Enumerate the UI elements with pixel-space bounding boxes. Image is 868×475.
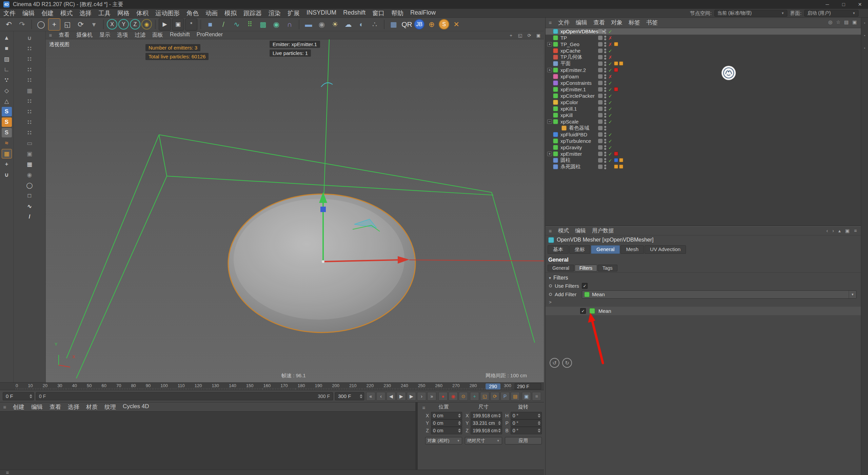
list-icon[interactable]: ≡ (854, 228, 857, 233)
spinner[interactable] (538, 421, 540, 425)
position-field[interactable]: 0 cm (431, 427, 462, 434)
expander-icon[interactable]: +− (547, 119, 552, 124)
workplane-mode-icon[interactable]: ∟ (2, 65, 12, 74)
tag-icons[interactable] (614, 68, 618, 72)
size-field[interactable]: 199.918 cm (471, 427, 502, 434)
globe-plugin-icon[interactable]: ⊕ (426, 18, 438, 31)
spinner[interactable] (538, 429, 540, 433)
tab-general[interactable]: General (591, 245, 620, 254)
object-name[interactable]: 圆柱 (560, 157, 571, 164)
object-row[interactable]: +− 圆柱 ✓✗ (546, 157, 861, 164)
enable-mark[interactable]: ✓✗ (608, 48, 612, 54)
render-settings-icon[interactable]: * (185, 18, 197, 31)
object-row[interactable]: +− TP几何体 ✓✗ (546, 54, 861, 60)
visibility-dots[interactable] (604, 68, 606, 73)
layer-box[interactable] (598, 49, 603, 53)
object-row[interactable]: +− 平面 ✓✗ (546, 60, 861, 67)
object-name[interactable]: xpKill.1 (560, 106, 577, 112)
layout-button[interactable]: ≡ (532, 392, 541, 401)
object-row[interactable]: +− xpColor ✓✗ (546, 99, 861, 106)
guide-snap-icon[interactable]: ∷ (23, 96, 36, 106)
menu-item[interactable]: 扩展 (284, 9, 303, 17)
menu-item[interactable]: 动画 (202, 9, 221, 17)
object-name[interactable]: TP几何体 (560, 54, 582, 60)
enable-mark[interactable]: ✓✗ (608, 118, 612, 125)
history-forward-button[interactable]: ↻ (562, 358, 572, 368)
layer-box[interactable] (598, 119, 603, 124)
tag-icons[interactable] (614, 42, 618, 46)
star-icon[interactable]: ☆ (836, 19, 841, 25)
object-name[interactable]: 着色器域 (569, 125, 589, 131)
signal-plugin-icon[interactable]: S (439, 19, 449, 30)
polygons-mode-icon[interactable]: △ (2, 96, 12, 106)
size-field[interactable]: 33.231 cm (471, 419, 502, 427)
object-row[interactable]: +− xpEmitter.1 ✓✗ (546, 86, 861, 93)
up-icon[interactable]: ▴ (839, 228, 841, 233)
tab-mesh[interactable]: Mesh (620, 245, 644, 254)
layer-box[interactable] (598, 139, 603, 143)
fire-sim-icon[interactable]: ≈ (2, 138, 12, 148)
toolbar-divider[interactable] (155, 20, 156, 29)
object-name[interactable]: TP_Geo (560, 41, 579, 47)
floor-icon[interactable]: ▬ (302, 18, 315, 31)
enable-mark[interactable]: ✓✗ (608, 28, 612, 35)
play-button[interactable]: ▶ (397, 392, 406, 401)
points-mode-icon[interactable]: ∵ (2, 75, 12, 85)
planar-workplane-icon[interactable]: ▦ (23, 159, 36, 169)
expander-icon[interactable]: +− (547, 152, 552, 156)
lasso-select-icon[interactable]: ∿ (23, 202, 36, 211)
sky-icon[interactable]: ☁ (342, 18, 354, 31)
sds-gray-icon[interactable]: S (2, 128, 12, 137)
rotate-tool-icon[interactable]: ⟳ (75, 18, 87, 31)
palette-dot-icon[interactable]: ▪ (864, 34, 865, 37)
material-menu-item[interactable]: 创建 (9, 403, 28, 411)
texture-mode-icon[interactable]: ▨ (2, 54, 12, 64)
viewport-menu-item[interactable]: Redshift (166, 32, 193, 39)
layer-box[interactable] (598, 29, 603, 34)
menu-item[interactable]: 体积 (133, 9, 152, 17)
spinner[interactable] (458, 414, 461, 418)
object-manager-menu-item[interactable]: 标签 (626, 19, 643, 26)
menu-item[interactable]: 运动图形 (152, 9, 183, 17)
enable-mark[interactable]: ✓✗ (608, 41, 612, 48)
enable-mark[interactable]: ✓✗ (608, 54, 612, 60)
visibility-dots[interactable] (604, 42, 606, 47)
attribute-menu-item[interactable]: 用户数据 (589, 227, 617, 234)
frame-range-slider[interactable]: 0 F 300 F (36, 392, 333, 400)
range-end-field[interactable]: 300 F (335, 392, 364, 400)
enable-mark[interactable]: ✓✗ (608, 157, 612, 164)
expander-icon[interactable]: +− (547, 68, 552, 72)
object-row[interactable]: +− xpGravity ✓✗ (546, 144, 861, 151)
volume-builder-icon[interactable]: ▩ (257, 18, 269, 31)
object-row[interactable]: +− TP_Geo ✓✗ (546, 41, 861, 48)
object-manager-menu-item[interactable]: 编辑 (573, 19, 590, 26)
object-row[interactable]: +− xpTurbulence ✓✗ (546, 138, 861, 144)
light-icon[interactable]: ☀ (329, 18, 341, 31)
object-name[interactable]: 杀死圆柱 (560, 164, 581, 170)
object-name[interactable]: xpScale (560, 119, 578, 125)
filters-group-header[interactable]: ▼ Filters (546, 273, 861, 282)
object-row[interactable]: +− 杀死圆柱 ✓✗ (546, 164, 861, 170)
tab-uv-advection[interactable]: UV Advection (645, 245, 686, 254)
material-menu-item[interactable]: 选择 (64, 403, 83, 411)
camera-icon[interactable]: ◉ (316, 18, 328, 31)
rotation-field[interactable]: 0 ° (511, 412, 542, 419)
filter-list-row[interactable]: ✓ Mean (546, 307, 861, 315)
key-pla-toggle[interactable]: ▤ (511, 392, 520, 401)
workplane-icon[interactable]: ▭ (23, 138, 36, 148)
magnet-icon[interactable]: ∪ (2, 170, 12, 179)
expander-icon[interactable]: +− (547, 87, 552, 92)
subtab-general[interactable]: General (548, 265, 574, 271)
rotation-field[interactable]: 0 ° (511, 419, 542, 427)
spline-generator-icon[interactable]: ∿ (231, 18, 243, 31)
object-row[interactable]: +− xpKill ✓✗ (546, 112, 861, 118)
object-name[interactable]: xpFoam (560, 74, 579, 79)
object-name[interactable]: xpCache (560, 48, 580, 54)
menu-item[interactable]: 角色 (183, 9, 202, 17)
material-menu-item[interactable]: 纹理 (101, 403, 119, 411)
forward-icon[interactable]: › (832, 228, 834, 233)
minimize-button[interactable]: ─ (819, 0, 835, 9)
redo-icon[interactable]: ↷ (16, 18, 28, 31)
object-name[interactable]: xpColor (560, 99, 578, 105)
visibility-dots[interactable] (604, 36, 606, 40)
